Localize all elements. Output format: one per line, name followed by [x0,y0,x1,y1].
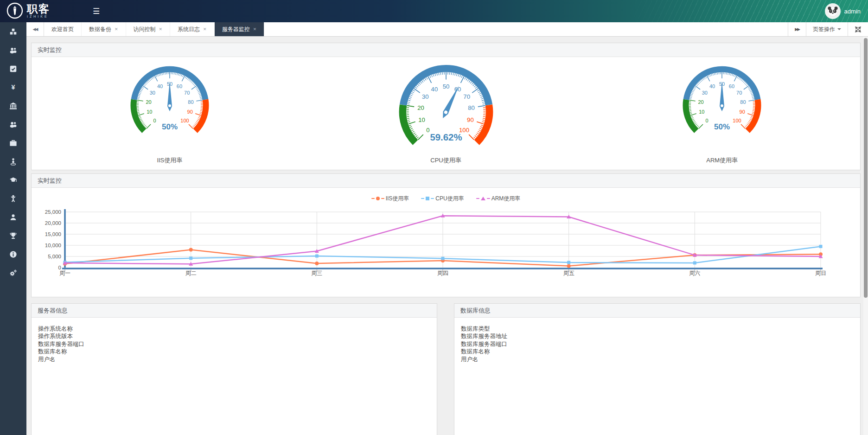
app-logo[interactable]: 职客 IZHIKE [6,2,50,19]
info-item: 操作系统版本 [38,333,430,340]
svg-text:20: 20 [146,99,151,105]
svg-text:周三: 周三 [311,270,322,276]
svg-text:周一: 周一 [59,270,70,276]
svg-text:周日: 周日 [815,270,826,276]
legend-item-ARM使用率[interactable]: ARM使用率 [476,195,521,203]
info-item: 数据库服务器地址 [461,333,854,340]
sidebar-item-info[interactable] [0,245,26,263]
tab-label: 欢迎首页 [51,26,74,33]
gauge-chart: 010203040506070809010059.62% [386,57,506,155]
tab-label: 系统日志 [178,26,200,33]
gauge-ARM使用率: 010203040506070809010050% ARM使用率 [584,57,860,170]
tab-actions-dropdown[interactable]: 页签操作 [806,22,848,36]
child-icon [9,194,18,203]
tie-logo-icon [6,2,23,19]
sidebar-item-street-view[interactable] [0,152,26,171]
close-icon[interactable]: ✕ [159,27,163,32]
logo-text: 职客 [27,3,50,14]
svg-text:70: 70 [736,90,742,96]
page-scrollbar [863,37,868,435]
sidebar: ¥ [0,22,26,435]
svg-text:30: 30 [150,90,155,96]
gauge-label: IIS使用率 [157,156,182,165]
svg-text:40: 40 [709,83,715,89]
svg-text:0: 0 [426,127,429,134]
svg-text:40: 40 [431,86,438,93]
trophy-icon [9,231,18,240]
svg-text:10: 10 [699,109,704,115]
sidebar-item-user[interactable] [0,208,26,226]
legend-label: CPU使用率 [435,195,464,203]
sidebar-item-check-square[interactable] [0,59,26,78]
tab-label: 服务器监控 [222,26,250,33]
graduation-cap-icon [9,176,18,185]
tab-欢迎首页[interactable]: 欢迎首页 [44,22,82,36]
server-info-panel: 服务器信息 操作系统名称操作系统版本数据库服务器端口数据库名称用户名 [31,303,437,435]
svg-text:10: 10 [147,109,152,115]
legend-item-CPU使用率[interactable]: CPU使用率 [421,195,464,203]
sidebar-item-yen[interactable]: ¥ [0,78,26,96]
info-item: 数据库类型 [461,325,854,333]
gauge-label: CPU使用率 [430,156,461,165]
sidebar-item-gears[interactable] [0,263,26,282]
info-item: 用户名 [38,356,430,363]
sidebar-item-bank[interactable] [0,96,26,115]
chart-legend: IIS使用率 CPU使用率 ARM使用率 [32,194,860,203]
street-view-icon [9,157,18,166]
chart-panel: 实时监控 IIS使用率 CPU使用率 ARM使用率 05,00010,00015… [31,173,861,297]
svg-text:30: 30 [702,90,708,96]
svg-text:80: 80 [188,99,193,105]
sidebar-item-group[interactable] [0,115,26,134]
gauges-panel-title: 实时监控 [32,43,860,57]
sidebar-item-child[interactable] [0,189,26,208]
svg-text:20,000: 20,000 [45,220,61,226]
tabs-scroll-right-icon[interactable]: ▶▶ [788,22,806,36]
tabs-scroll-left-icon[interactable]: ◀◀ [26,22,44,36]
gears-icon [9,269,18,277]
svg-text:70: 70 [184,90,190,96]
svg-text:0: 0 [153,118,156,123]
legend-item-IIS使用率[interactable]: IIS使用率 [371,195,409,203]
svg-text:30: 30 [422,93,429,100]
tab-服务器监控[interactable]: 服务器监控✕ [215,22,265,36]
svg-text:90: 90 [740,109,745,115]
svg-text:周六: 周六 [689,270,700,276]
tab-actions-label: 页签操作 [813,26,835,33]
gauges-panel: 实时监控 010203040506070809010050% IIS使用率 01… [31,43,861,170]
info-item: 数据库名称 [38,348,430,355]
cubes-icon [9,27,18,36]
gauge-CPU使用率: 010203040506070809010059.62% CPU使用率 [308,57,584,170]
tabs-strip: 欢迎首页数据备份✕访问控制✕系统日志✕服务器监控✕ [44,22,788,36]
bank-icon [9,102,18,110]
svg-text:100: 100 [733,118,741,123]
sidebar-item-users[interactable] [0,41,26,59]
svg-text:10: 10 [418,116,425,123]
hamburger-icon[interactable]: ☰ [93,6,100,16]
tab-访问控制[interactable]: 访问控制✕ [126,22,171,36]
tab-系统日志[interactable]: 系统日志✕ [170,22,215,36]
sidebar-item-graduation-cap[interactable] [0,171,26,189]
sidebar-item-trophy[interactable] [0,226,26,245]
close-icon[interactable]: ✕ [253,27,257,32]
gauge-IIS使用率: 010203040506070809010050% IIS使用率 [32,57,308,170]
database-info-title: 数据库信息 [454,304,860,318]
sidebar-item-cubes[interactable] [0,22,26,41]
sidebar-item-briefcase[interactable] [0,134,26,152]
svg-text:60: 60 [177,83,182,89]
svg-text:¥: ¥ [12,83,15,91]
tab-bar: ◀◀ 欢迎首页数据备份✕访问控制✕系统日志✕服务器监控✕ ▶▶ 页签操作 [26,22,868,37]
svg-text:59.62%: 59.62% [430,132,462,142]
close-icon[interactable]: ✕ [203,27,207,32]
svg-text:5,000: 5,000 [48,254,61,259]
close-icon[interactable]: ✕ [115,27,118,32]
scrollbar-thumb[interactable] [864,38,868,298]
fullscreen-icon[interactable] [848,22,868,36]
tab-数据备份[interactable]: 数据备份✕ [82,22,126,36]
user-menu[interactable]: admin [825,3,861,19]
main-content: 实时监控 010203040506070809010050% IIS使用率 01… [26,37,868,435]
svg-text:40: 40 [157,83,163,89]
svg-text:90: 90 [187,109,192,115]
group-icon [9,120,18,129]
line-chart: 05,00010,00015,00020,00025,000周一周二周三周四周五… [32,203,857,295]
info-item: 操作系统名称 [38,325,430,333]
